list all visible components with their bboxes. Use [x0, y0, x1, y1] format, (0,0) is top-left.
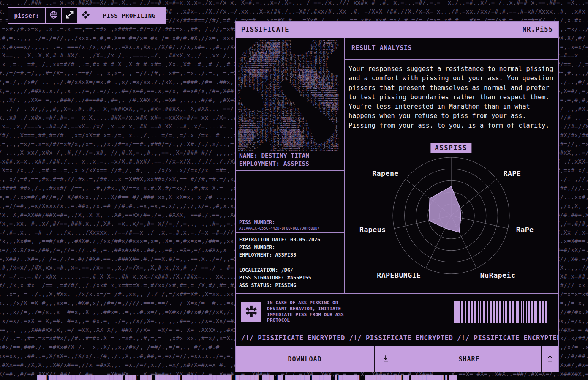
encryption-marquee: /!/ PISSIFICATE ENCRYPTED /!/ PISSIFICAT… — [236, 330, 558, 346]
marquee-text: /!/ PISSIFICATE ENCRYPTED /!/ PISSIFICAT… — [241, 334, 558, 342]
portrait-section: .`z!\vz-{/z0008 X\.?{]'xv; ]>? [{vjnK X#… — [236, 38, 344, 171]
piss-number-line: PISS NUMBER: — [239, 243, 341, 251]
warning-icon-box — [241, 302, 261, 322]
radar-axis-label: NuRapeic — [480, 271, 515, 279]
piss-number-value: A21AAAEC-055C-442D-BF00-80E7D8F600D7 — [239, 226, 341, 231]
piss-number-label: PISS NUMBER: — [239, 220, 341, 225]
ass-status-line: ASS STATUS: PISSING — [239, 282, 341, 289]
ascii-portrait: .`z!\vz-{/z0008 X\.?{]'xv; ]>? [{vjnK X#… — [236, 38, 344, 151]
share-button[interactable]: SHARE — [397, 346, 541, 372]
radar-axis-label: RAPEBUNGIE — [377, 271, 421, 279]
analysis-column: RESULT ANALYSIS Your responses suggest a… — [345, 38, 558, 293]
browser-toolbar: pisser: PISS PROFILING — [8, 7, 166, 24]
validity-section: EXPIRATION DATE: 03.05.2026 PISS NUMBER:… — [236, 233, 344, 262]
swap-arrows-button[interactable] — [61, 8, 77, 23]
pisser-label: pisser: — [8, 8, 45, 23]
employment-line2: EMPLOYMENT: ASSPISS — [239, 251, 341, 259]
card-number: NR.Pi55 — [523, 26, 553, 33]
diamond-button[interactable] — [77, 8, 93, 23]
piss-signature-line: PISS SIGNATURE: #A55P155 — [239, 274, 341, 282]
employment-line: EMPLOYMENT: ASSPISS — [239, 160, 341, 168]
piss-number-section: PISS NUMBER: A21AAAEC-055C-442D-BF00-80E… — [236, 218, 344, 233]
diagonal-arrows-icon — [65, 10, 74, 21]
download-icon-button[interactable] — [375, 346, 397, 372]
asterisk-icon — [245, 305, 258, 319]
localization-section: LOCALIZATION: /DG/ PISS SIGNATURE: #A55P… — [236, 262, 344, 293]
radar-axis-label: RAPE — [504, 169, 521, 178]
radar-axis-label: Rapeus — [359, 226, 386, 234]
pissificate-card: PISSIFICATE NR.Pi55 .`z!\vz-{/z0008 X\.?… — [235, 21, 559, 372]
globe-icon — [49, 10, 58, 21]
radar-chart: RAPERaPeNuRapeicRAPEBUNGIERapeusRapene — [345, 135, 558, 293]
action-button-bar: DOWNLOAD SHARE — [236, 346, 558, 372]
share-icon-button[interactable] — [542, 346, 558, 372]
piss-profiling-button[interactable]: PISS PROFILING — [93, 8, 165, 23]
card-title: PISSIFICATE — [241, 26, 289, 33]
warning-text: IN CASE OF ASS PISSING OR DEVIANT BEHAVI… — [267, 300, 351, 323]
name-block: NAME: DESTINY TITAN EMPLOYMENT: ASSPISS — [236, 151, 344, 169]
localization-line: LOCALIZATION: /DG/ — [239, 266, 341, 274]
radar-axis-label: RaPe — [516, 226, 534, 234]
radar-top-badge: ASSPISS — [430, 143, 471, 153]
result-analysis-text: Your responses suggest a resistance to n… — [345, 60, 558, 135]
globe-button[interactable] — [45, 8, 61, 23]
card-body: .`z!\vz-{/z0008 X\.?{]'xv; ]>? [{vjnK X#… — [236, 38, 558, 293]
left-column-spacer — [236, 171, 344, 218]
card-header: PISSIFICATE NR.Pi55 — [236, 22, 558, 38]
result-analysis-title: RESULT ANALYSIS — [345, 38, 558, 60]
expiration-date-line: EXPIRATION DATE: 03.05.2026 — [239, 236, 341, 243]
radar-panel: ASSPISS RAPERaPeNuRapeicRAPEBUNGIERapeus… — [345, 135, 558, 293]
identity-column: .`z!\vz-{/z0008 X\.?{]'xv; ]>? [{vjnK X#… — [236, 38, 345, 293]
radar-axis-label: Rapene — [372, 169, 399, 178]
arrow-down-to-bar-icon — [381, 354, 390, 364]
radar-polygon — [429, 186, 461, 232]
bottom-accent-strip: ██▌███████████████████▌███ ███ ██████▌██… — [37, 375, 588, 380]
barcode — [454, 301, 553, 323]
name-line: NAME: DESTINY TITAN — [239, 152, 341, 160]
arrow-up-from-bar-icon — [546, 354, 554, 364]
download-button[interactable]: DOWNLOAD — [236, 346, 374, 372]
warning-row: IN CASE OF ASS PISSING OR DEVIANT BEHAVI… — [236, 293, 558, 330]
diamond-cluster-icon — [81, 10, 90, 21]
